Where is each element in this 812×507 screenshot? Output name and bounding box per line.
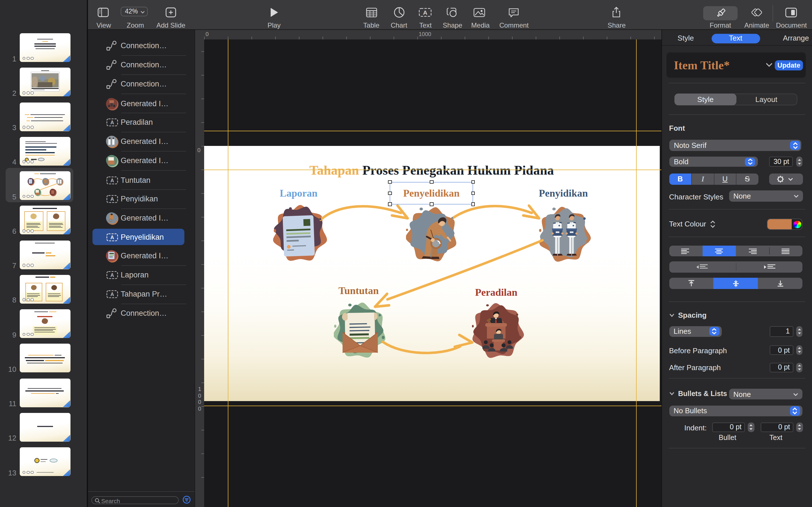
svg-text:A: A	[110, 234, 114, 240]
svg-text:A: A	[423, 9, 427, 16]
svg-text:A: A	[110, 291, 114, 297]
svg-text:A: A	[110, 196, 114, 202]
svg-text:A: A	[110, 272, 114, 278]
svg-text:A: A	[110, 177, 114, 183]
svg-text:A: A	[110, 120, 114, 125]
